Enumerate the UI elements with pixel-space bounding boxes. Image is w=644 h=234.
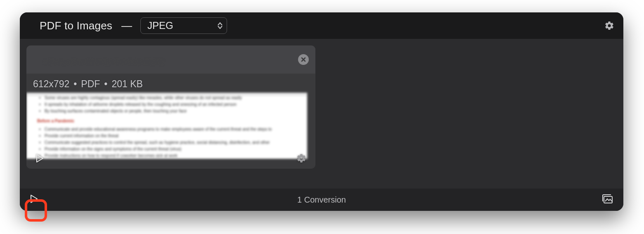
gear-icon: [296, 153, 306, 163]
settings-button[interactable]: [604, 20, 615, 31]
run-all-button[interactable]: [30, 194, 38, 205]
file-type: PDF: [81, 79, 100, 90]
title-separator: —: [121, 19, 132, 32]
images-stack-icon: [601, 193, 613, 204]
app-window: PDF to Images — JPEG: [20, 12, 623, 211]
app-title: PDF to Images: [40, 19, 112, 32]
play-icon: [36, 154, 44, 163]
meta-separator: •: [104, 79, 107, 90]
format-select-value: JPEG: [147, 20, 173, 31]
card-settings-button[interactable]: [296, 153, 306, 165]
conversion-status: 1 Conversion: [297, 195, 346, 205]
output-format-select[interactable]: JPEG: [140, 17, 227, 34]
gear-icon: [604, 21, 614, 31]
card-convert-button[interactable]: [36, 154, 44, 165]
chevron-up-down-icon: [218, 22, 223, 29]
file-dimensions: 612x792: [33, 79, 69, 90]
file-size: 201 KB: [111, 79, 142, 90]
meta-separator: •: [73, 79, 77, 90]
footer-bar: 1 Conversion: [20, 189, 623, 211]
content-area: It can spread across the country and aro…: [20, 39, 623, 189]
play-icon: [30, 194, 38, 203]
file-meta: 612x792 • PDF • 201 KB: [33, 79, 143, 90]
header-bar: PDF to Images — JPEG: [20, 12, 623, 39]
card-actions: [26, 150, 315, 169]
output-panel-button[interactable]: [601, 193, 613, 206]
file-card[interactable]: It can spread across the country and aro…: [26, 45, 315, 169]
